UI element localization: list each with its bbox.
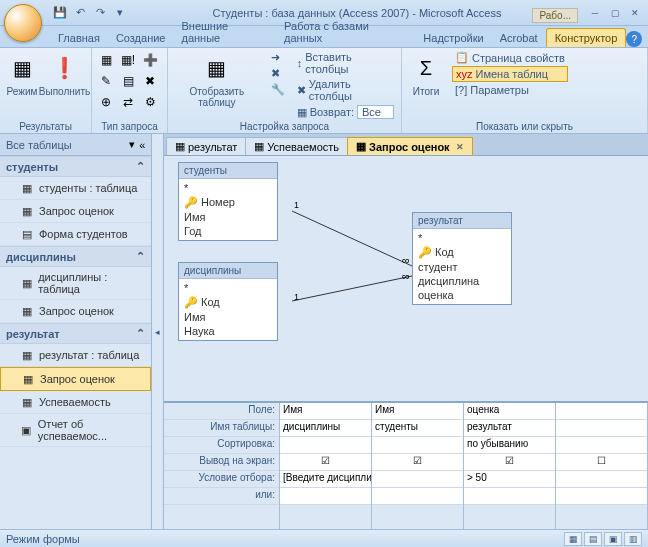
status-text: Режим формы [6,533,80,545]
col-insert-icon: ↕ [297,57,303,69]
chevron-up-icon[interactable]: ⌃ [136,160,145,173]
nav-item[interactable]: ▦Успеваемость [0,391,151,414]
redo-icon[interactable]: ↷ [92,5,108,21]
property-sheet-button[interactable]: 📋Страница свойств [452,50,568,65]
append-query-icon[interactable]: ➕ [140,50,160,70]
context-tab-label: Рабо... [532,8,578,23]
grid-label: Сортировка: [164,437,279,454]
group-label-showhide: Показать или скрыть [402,121,647,132]
undo-icon[interactable]: ↶ [72,5,88,21]
chevron-up-icon[interactable]: ⌃ [136,327,145,340]
builder-button[interactable]: 🔧 [268,82,288,97]
close-tab-icon[interactable]: ✕ [456,142,464,152]
update-query-icon[interactable]: ✎ [96,71,116,91]
tab-db-tools[interactable]: Работа с базами данных [276,17,415,47]
tab-create[interactable]: Создание [108,29,174,47]
crosstab-query-icon[interactable]: ▤ [118,71,138,91]
navpane-header[interactable]: Все таблицы ▾ « [0,134,151,156]
nav-item[interactable]: ▦Запрос оценок [0,367,151,391]
nav-item[interactable]: ▤Форма студентов [0,223,151,246]
document-tab[interactable]: ▦Запрос оценок✕ [347,137,473,155]
field-row[interactable]: 🔑 Код [184,295,272,310]
field-row[interactable]: Наука [184,324,272,338]
close-icon[interactable]: ✕ [626,6,644,20]
parameters-button[interactable]: [?]Параметры [452,83,568,97]
collapse-nav-icon[interactable]: « [139,139,145,151]
view-design-icon[interactable]: ▣ [604,532,622,546]
union-query-icon[interactable]: ⊕ [96,92,116,112]
grid-column[interactable]: оценкарезультатпо убыванию☑> 50 [464,403,556,529]
delete-columns-button[interactable]: ✖Удалить столбцы [294,77,397,103]
field-row[interactable]: 🔑 Номер [184,195,272,210]
document-tab[interactable]: ▦результат [166,137,246,155]
nav-group-header[interactable]: студенты⌃ [0,156,151,177]
builder-icon: 🔧 [271,83,285,96]
show-table-button[interactable]: ▦Отобразить таблицу [172,50,262,110]
field-row[interactable]: оценка [418,288,506,302]
table-names-button[interactable]: xyzИмена таблиц [452,66,568,82]
nav-item[interactable]: ▦результат : таблица [0,344,151,367]
grid-column[interactable]: ☐ [556,403,648,529]
run-button[interactable]: ❗Выполнить [42,50,87,99]
datadef-query-icon[interactable]: ⚙ [140,92,160,112]
maketable-query-icon[interactable]: ▦! [118,50,138,70]
nav-item[interactable]: ▦Запрос оценок [0,300,151,323]
view-sql-icon[interactable]: ▤ [584,532,602,546]
view-button[interactable]: ▦Режим [4,50,40,99]
help-icon[interactable]: ? [626,31,642,47]
tab-external-data[interactable]: Внешние данные [174,17,277,47]
office-orb-button[interactable] [4,4,42,42]
query-icon: ▦ [254,140,264,153]
field-row[interactable]: * [184,281,272,295]
field-row[interactable]: * [418,231,506,245]
return-combo[interactable]: ▦Возврат: Все [294,104,397,120]
field-row[interactable]: Имя [184,210,272,224]
table-box-disciplines[interactable]: дисциплины*🔑 КодИмяНаука [178,262,278,341]
view-datasheet-icon[interactable]: ▦ [564,532,582,546]
field-row[interactable]: дисциплина [418,274,506,288]
nav-item[interactable]: ▦студенты : таблица [0,177,151,200]
field-row[interactable]: Имя [184,310,272,324]
save-icon[interactable]: 💾 [52,5,68,21]
field-row[interactable]: Год [184,224,272,238]
propsheet-icon: 📋 [455,51,469,64]
view-pivot-icon[interactable]: ▥ [624,532,642,546]
shutter-bar[interactable]: ◂ [152,134,164,529]
nav-item[interactable]: ▣Отчет об успеваемос... [0,414,151,447]
tab-design[interactable]: Конструктор [546,28,627,47]
minimize-icon[interactable]: ─ [586,6,604,20]
navigation-pane: Все таблицы ▾ « студенты⌃▦студенты : таб… [0,134,152,529]
grid-column[interactable]: Имядисциплины☑[Введите дисциплину] [280,403,372,529]
table-box-result[interactable]: результат*🔑 Кодстудентдисциплинаоценка [412,212,512,305]
insert-row-icon: ➜ [271,51,280,64]
select-query-icon[interactable]: ▦ [96,50,116,70]
query-diagram[interactable]: 1 ∞ 1 ∞ студенты*🔑 НомерИмяГод дисциплин… [164,156,648,401]
insert-columns-button[interactable]: ↕Вставить столбцы [294,50,397,76]
nav-group-header[interactable]: дисциплины⌃ [0,246,151,267]
grid-column[interactable]: Имястуденты☑ [372,403,464,529]
tab-addins[interactable]: Надстройки [415,29,491,47]
chevron-up-icon[interactable]: ⌃ [136,250,145,263]
field-row[interactable]: студент [418,260,506,274]
field-row[interactable]: * [184,181,272,195]
nav-item[interactable]: ▦Запрос оценок [0,200,151,223]
passthrough-query-icon[interactable]: ⇄ [118,92,138,112]
key-icon: 🔑 [184,296,201,308]
table-box-students[interactable]: студенты*🔑 НомерИмяГод [178,162,278,241]
chevron-down-icon[interactable]: ▾ [129,138,135,151]
insert-rows-button[interactable]: ➜ [268,50,288,65]
delete-rows-button[interactable]: ✖ [268,66,288,81]
field-row[interactable]: 🔑 Код [418,245,506,260]
maximize-icon[interactable]: ▢ [606,6,624,20]
join-cardinality: ∞ [402,254,410,266]
grid-label: Вывод на экран: [164,454,279,471]
tab-acrobat[interactable]: Acrobat [492,29,546,47]
nav-item[interactable]: ▦дисциплины : таблица [0,267,151,300]
tab-home[interactable]: Главная [50,29,108,47]
totals-button[interactable]: ΣИтоги [406,50,446,99]
delete-query-icon[interactable]: ✖ [140,71,160,91]
svg-line-0 [292,211,412,266]
document-tab[interactable]: ▦Успеваемость [245,137,348,155]
nav-group-header[interactable]: результат⌃ [0,323,151,344]
qat-dropdown-icon[interactable]: ▾ [112,5,128,21]
